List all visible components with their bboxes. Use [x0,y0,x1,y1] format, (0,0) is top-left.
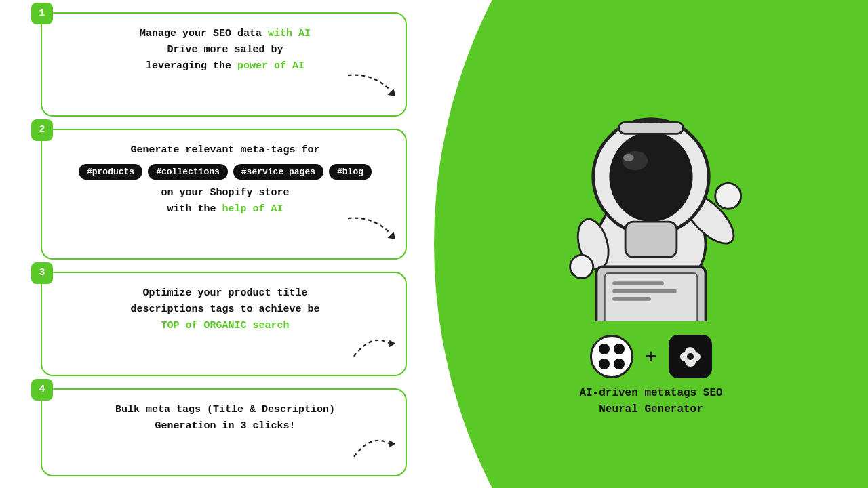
card-4: 4 Bulk meta tags (Title & Description)Ge… [41,388,407,476]
svg-marker-3 [389,440,395,447]
card-1-text: Manage your SEO data with AI Drive more … [61,26,389,75]
card-2-line1: Generate relevant meta-tags for [130,144,319,156]
card-4-line1: Bulk meta tags (Title & Description)Gene… [115,404,335,432]
bottom-label: AI-driven metatags SEO Neural Generator [579,385,722,418]
card-3-highlight: TOP of ORGANIC search [161,320,289,331]
card-2-tags: #products #collections #service pages #b… [61,164,389,180]
card-2-number: 2 [31,119,53,141]
card-3-line1: Optimize your product titledescriptions … [130,287,319,315]
svg-rect-24 [612,297,651,301]
svg-point-10 [715,183,741,209]
card-1: 1 Manage your SEO data with AI Drive mor… [41,12,407,117]
card-1-highlight2: power of AI [237,60,304,72]
svg-marker-1 [388,232,396,239]
svg-rect-23 [612,289,677,293]
dot-4 [614,359,625,369]
card-1-line2: Drive more saled byleveraging the power … [146,44,304,72]
bottom-section: + AI-driven metatags SEO Neural Generato… [579,335,722,418]
arrow-4-icon [342,429,403,463]
tag-blog: #blog [329,164,372,180]
card-2-text: Generate relevant meta-tags for [61,142,389,159]
left-panel: 1 Manage your SEO data with AI Drive mor… [0,0,434,488]
card-3: 3 Optimize your product titledescription… [41,272,407,376]
right-panel: + AI-driven metatags SEO Neural Generato… [434,0,868,488]
svg-marker-2 [389,340,395,347]
card-1-highlight: with AI [268,28,311,39]
svg-point-26 [687,353,694,360]
card-2: 2 Generate relevant meta-tags for #produ… [41,129,407,260]
openai-logo-icon [677,344,703,369]
svg-rect-16 [625,222,677,257]
card-4-number: 4 [31,379,53,401]
dot-3 [599,359,610,369]
shopify-icon-box [590,335,633,378]
arrow-3-icon [342,329,403,363]
card-1-number: 1 [31,3,53,24]
arrow-2-icon [342,212,403,246]
tag-collections: #collections [148,164,228,180]
plus-icon: + [646,346,656,367]
svg-point-12 [609,132,692,222]
dot-1 [599,344,610,354]
bottom-label-line1: AI-driven metatags SEO [579,387,722,399]
bottom-label-line2: Neural Generator [599,403,703,415]
arrow-1-icon [342,69,403,103]
svg-point-8 [570,255,593,278]
tag-service-pages: #service pages [233,164,323,180]
four-dots-icon [596,341,627,372]
svg-rect-15 [619,122,684,134]
openai-icon-box [669,335,712,378]
card-3-text: Optimize your product titledescriptions … [61,285,389,334]
card-2-highlight: help of AI [222,203,283,215]
icons-row: + [590,335,712,378]
robot-illustration [522,70,780,328]
dot-2 [614,344,625,354]
card-3-number: 3 [31,262,53,284]
svg-rect-22 [612,281,664,285]
svg-point-14 [623,154,633,161]
svg-marker-0 [388,89,396,96]
tag-products: #products [79,164,142,180]
